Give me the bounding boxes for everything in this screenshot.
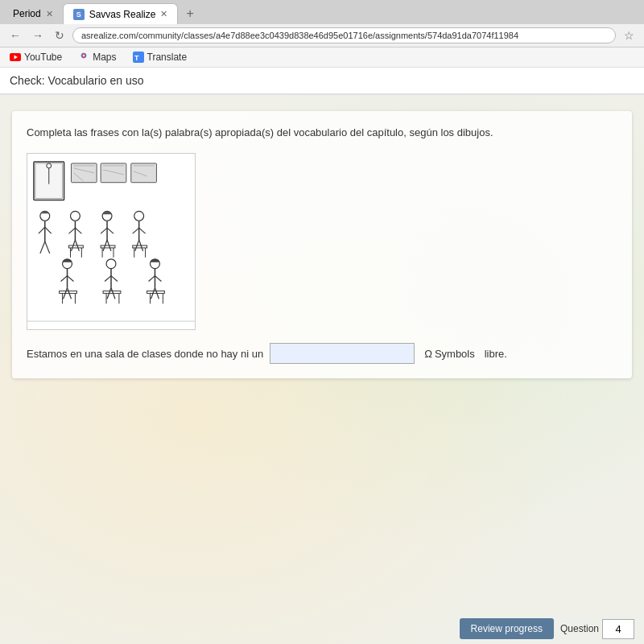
review-progress-button[interactable]: Review progress <box>460 618 554 639</box>
maps-icon <box>78 52 89 63</box>
bookmark-translate[interactable]: T Translate <box>130 50 191 64</box>
tab-savvas-favicon: S <box>73 9 85 20</box>
classroom-image <box>27 153 196 330</box>
svg-text:T: T <box>134 54 139 62</box>
page-content: Check: Vocabulario en uso Completa las f… <box>0 68 644 644</box>
bookmark-maps[interactable]: Maps <box>75 50 119 64</box>
page-header: Check: Vocabulario en uso <box>0 68 644 95</box>
address-bar-row: ← → ↻ ☆ <box>0 24 644 47</box>
bookmark-youtube-label: YouTube <box>24 52 62 63</box>
bottom-bar: Review progress Question <box>450 613 644 644</box>
question-instruction: Completa las frases con la(s) palabra(s)… <box>27 126 617 140</box>
svg-rect-16 <box>101 163 126 183</box>
back-button[interactable]: ← <box>6 27 24 43</box>
symbols-label: Symbols <box>435 348 475 360</box>
sentence-before: Estamos en una sala de clases donde no h… <box>27 348 263 360</box>
sentence-after: libre. <box>485 348 507 360</box>
translate-icon: T <box>133 52 144 63</box>
forward-button[interactable]: → <box>29 27 47 43</box>
question-card: Completa las frases con la(s) palabra(s)… <box>12 111 632 378</box>
answer-row: Estamos en una sala de clases donde no h… <box>27 343 617 364</box>
tab-savvas[interactable]: S Savvas Realize ✕ <box>63 3 179 24</box>
page-header-text: Check: Vocabulario en uso <box>10 74 144 87</box>
tab-savvas-close[interactable]: ✕ <box>160 9 167 19</box>
browser-chrome: Period ✕ S Savvas Realize ✕ + ← → ↻ ☆ <box>0 0 644 68</box>
question-label: Question <box>560 623 599 634</box>
reload-button[interactable]: ↻ <box>52 27 68 43</box>
tab-period-label: Period <box>13 8 41 19</box>
question-num-box: Question <box>560 619 634 639</box>
bookmark-translate-label: Translate <box>147 52 188 63</box>
tab-savvas-label: Savvas Realize <box>89 9 156 20</box>
bookmark-youtube[interactable]: YouTube <box>6 50 65 64</box>
question-number-input[interactable] <box>602 619 634 639</box>
svg-point-3 <box>83 55 85 56</box>
bookmark-maps-label: Maps <box>93 52 116 63</box>
classroom-svg <box>27 154 195 329</box>
tab-period-close[interactable]: ✕ <box>46 9 53 19</box>
tab-bar: Period ✕ S Savvas Realize ✕ + <box>0 0 644 24</box>
youtube-icon <box>10 52 21 63</box>
tab-new-button[interactable]: + <box>180 3 200 24</box>
omega-icon: Ω <box>424 348 432 360</box>
svg-rect-12 <box>71 163 97 183</box>
bookmark-star[interactable]: ☆ <box>621 27 638 43</box>
tab-period[interactable]: Period ✕ <box>3 3 63 24</box>
bookmarks-bar: YouTube Maps T Translate <box>0 47 644 68</box>
address-input[interactable] <box>72 27 616 43</box>
symbols-button[interactable]: Ω Symbols <box>421 346 478 361</box>
answer-input[interactable] <box>270 343 415 364</box>
svg-rect-19 <box>131 163 157 183</box>
